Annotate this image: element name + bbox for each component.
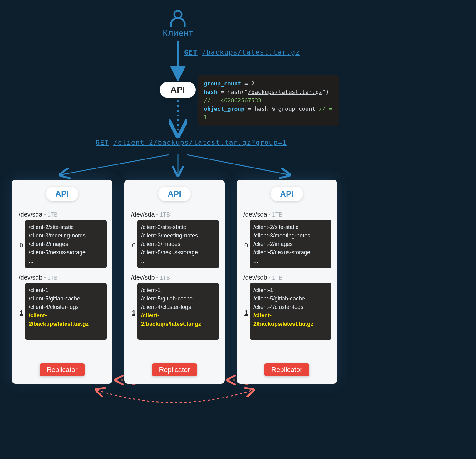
replicator-badge: Replicator (264, 363, 309, 376)
replicator-badge: Replicator (152, 363, 197, 376)
node-api-pill: API (158, 187, 190, 201)
request-client-to-api: GET /backups/latest.tar.gz (184, 48, 300, 56)
group-index-1: 1 (242, 309, 248, 316)
client-label: Клиент (153, 28, 203, 38)
group-0-contents: /client-2/site-static/client-3/meeting-n… (137, 220, 219, 268)
storage-node-1: API /dev/sda • 1TB 0 /client-2/site-stat… (12, 180, 112, 384)
node-api-pill: API (46, 187, 78, 201)
group-index-0: 0 (17, 242, 23, 249)
device-sda: /dev/sda • 1TB (243, 211, 331, 218)
group-0-contents: /client-2/site-static/client-3/meeting-n… (250, 220, 331, 268)
device-sda: /dev/sda • 1TB (19, 211, 107, 218)
group-1-contents: /client-1/client-5/gitlab-cache/client-4… (250, 283, 331, 340)
node-api-pill: API (271, 187, 303, 201)
device-sda: /dev/sda • 1TB (131, 211, 219, 218)
device-sdb: /dev/sdb • 1TB (243, 274, 331, 281)
group-index-0: 0 (242, 242, 248, 249)
replicator-badge: Replicator (40, 363, 84, 376)
svg-point-10 (174, 11, 182, 18)
group-1-contents: /client-1/client-5/gitlab-cache/client-4… (25, 283, 107, 340)
client-icon (169, 9, 187, 27)
device-sdb: /dev/sdb • 1TB (131, 274, 219, 281)
svg-line-4 (187, 155, 289, 175)
svg-line-3 (61, 155, 169, 175)
group-0-contents: /client-2/site-static/client-3/meeting-n… (25, 220, 107, 268)
storage-node-3: API /dev/sda • 1TB 0 /client-2/site-stat… (237, 180, 337, 384)
storage-node-2: API /dev/sda • 1TB 0 /client-2/site-stat… (124, 180, 225, 384)
request-api-to-nodes: GET /client-2/backups/latest.tar.gz?grou… (96, 139, 287, 146)
hash-computation-code: group_count = 2 hash = hash("/backups/la… (198, 75, 339, 126)
device-sdb: /dev/sdb • 1TB (19, 274, 107, 281)
api-gateway-pill: API (160, 82, 196, 98)
group-index-0: 0 (130, 242, 135, 249)
group-1-contents: /client-1/client-5/gitlab-cache/client-4… (137, 283, 219, 340)
group-index-1: 1 (130, 309, 135, 316)
group-index-1: 1 (17, 309, 23, 316)
